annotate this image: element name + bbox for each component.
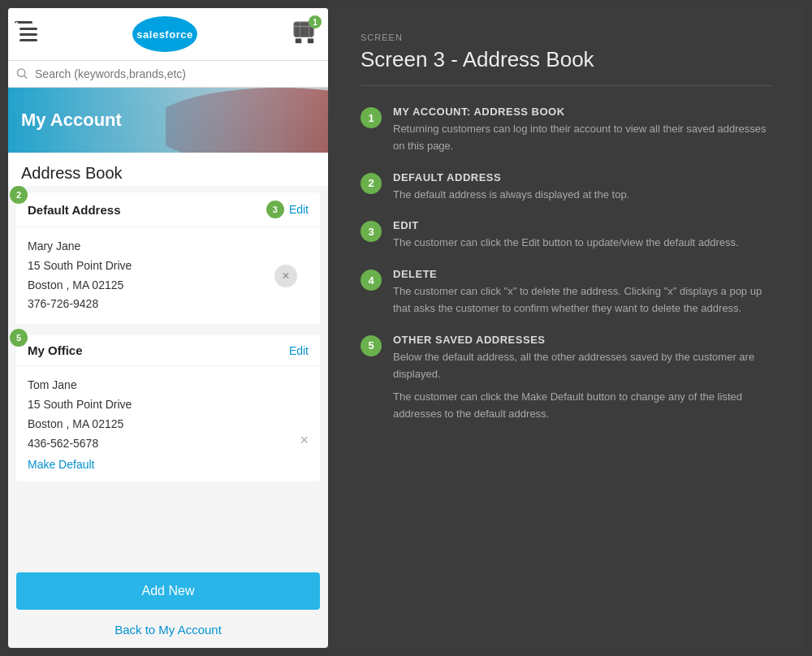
other-section-label: My Office xyxy=(28,343,83,357)
annotation-title: DELETE xyxy=(393,268,771,280)
default-section-label: Default Address xyxy=(28,203,120,217)
make-default-link[interactable]: Make Default xyxy=(28,458,94,471)
annotation-badge: 3 xyxy=(361,221,382,242)
annotation-list: 1 MY ACCOUNT: ADDRESS BOOK Returning cus… xyxy=(361,106,771,423)
annotation-desc: The default address is always displayed … xyxy=(393,187,629,204)
other-delete-button[interactable]: × xyxy=(300,432,309,449)
edit-badge: 3 xyxy=(266,201,284,218)
page-title-section: Address Book xyxy=(8,153,328,186)
hamburger-line xyxy=(19,33,37,36)
annotation-content: MY ACCOUNT: ADDRESS BOOK Returning custo… xyxy=(393,106,771,155)
add-new-button[interactable]: Add New xyxy=(16,572,320,610)
search-input[interactable] xyxy=(35,67,320,80)
annotation-item: 4 DELETE The customer can click "x" to d… xyxy=(361,268,771,317)
other-address-city: Boston , MA 02125 xyxy=(28,415,279,434)
account-banner: My Account xyxy=(8,88,328,153)
default-address-card: × Mary Jane 15 South Point Drive Boston … xyxy=(16,227,320,324)
annotation-desc-extra: The customer can click the Make Default … xyxy=(393,389,771,423)
banner-title: My Account xyxy=(21,110,122,131)
cart-badge: 1 xyxy=(309,15,322,28)
hamburger-line xyxy=(19,39,37,41)
svg-rect-1 xyxy=(296,39,302,44)
annotation-desc: The customer can click the Edit button t… xyxy=(393,235,739,252)
default-address-phone: 376-726-9428 xyxy=(28,295,309,314)
annotation-desc: Returning customers can log into their a… xyxy=(393,121,771,155)
default-delete-button[interactable]: × xyxy=(274,265,297,287)
content-area: 2 Default Address 3 Edit × Mary Jane 15 … xyxy=(8,186,328,564)
annotation-desc: The customer can click "x" to delete the… xyxy=(393,283,771,317)
annotation-title: MY ACCOUNT: ADDRESS BOOK xyxy=(393,106,771,118)
hamburger-badge: 1 xyxy=(15,21,32,24)
hamburger-line xyxy=(19,28,37,30)
default-address-section: 2 Default Address 3 Edit × Mary Jane 15 … xyxy=(16,192,320,324)
search-bar xyxy=(8,61,328,88)
annotation-badge: 4 xyxy=(361,270,382,291)
other-address-phone: 436-562-5678 xyxy=(28,434,279,454)
annotation-title: EDIT xyxy=(393,219,739,231)
divider xyxy=(361,85,771,86)
default-section-header: Default Address 3 Edit xyxy=(16,192,320,227)
annotation-content: OTHER SAVED ADDRESSES Below the default … xyxy=(393,334,771,423)
svg-rect-2 xyxy=(308,39,314,44)
annotation-title: DEFAULT ADDRESS xyxy=(393,171,629,183)
annotation-badge: 2 xyxy=(361,173,382,194)
annotation-content: DELETE The customer can click "x" to del… xyxy=(393,268,771,317)
left-panel: 1 salesforce 1 My Account A xyxy=(8,8,328,648)
back-to-account-link[interactable]: Back to My Account xyxy=(8,615,328,645)
default-address-name: Mary Jane xyxy=(28,237,309,257)
screen-label: SCREEN xyxy=(361,32,771,42)
annotation-item: 2 DEFAULT ADDRESS The default address is… xyxy=(361,171,771,204)
annotation-badge: 5 xyxy=(361,335,382,356)
search-icon xyxy=(16,67,28,80)
annotation-title: OTHER SAVED ADDRESSES xyxy=(393,334,771,346)
other-section-header: My Office Edit xyxy=(16,335,320,366)
hamburger-menu-button[interactable]: 1 xyxy=(19,28,37,41)
annotation-item: 1 MY ACCOUNT: ADDRESS BOOK Returning cus… xyxy=(361,106,771,155)
annotation-content: EDIT The customer can click the Edit but… xyxy=(393,219,739,252)
other-address-card: Tom Jane 15 South Point Drive Boston , M… xyxy=(16,366,320,481)
other-edit-link[interactable]: Edit xyxy=(289,344,309,357)
other-address-section: 5 My Office Edit Tom Jane 15 South Point… xyxy=(16,335,320,481)
default-section-badge: 2 xyxy=(10,186,28,204)
annotation-content: DEFAULT ADDRESS The default address is a… xyxy=(393,171,629,204)
default-address-city: Boston , MA 02125 xyxy=(28,276,309,296)
screen-title: Screen 3 - Address Book xyxy=(361,47,771,72)
salesforce-logo: salesforce xyxy=(132,16,197,52)
default-address-street: 15 South Point Drive xyxy=(28,257,309,276)
annotation-item: 5 OTHER SAVED ADDRESSES Below the defaul… xyxy=(361,334,771,423)
page-title: Address Book xyxy=(21,164,315,183)
right-panel: SCREEN Screen 3 - Address Book 1 MY ACCO… xyxy=(328,8,804,648)
cart-button[interactable]: 1 xyxy=(292,20,317,48)
svg-point-3 xyxy=(17,69,24,76)
annotation-badge: 1 xyxy=(361,107,382,128)
app-header: 1 salesforce 1 xyxy=(8,8,328,61)
default-address-info: × Mary Jane 15 South Point Drive Boston … xyxy=(28,237,309,314)
other-address-name: Tom Jane xyxy=(28,376,279,395)
default-edit-link[interactable]: Edit xyxy=(289,203,309,216)
other-address-street: 15 South Point Drive xyxy=(28,395,279,415)
annotation-item: 3 EDIT The customer can click the Edit b… xyxy=(361,219,771,252)
annotation-desc: Below the default address, all the other… xyxy=(393,349,771,383)
svg-line-4 xyxy=(24,76,27,78)
